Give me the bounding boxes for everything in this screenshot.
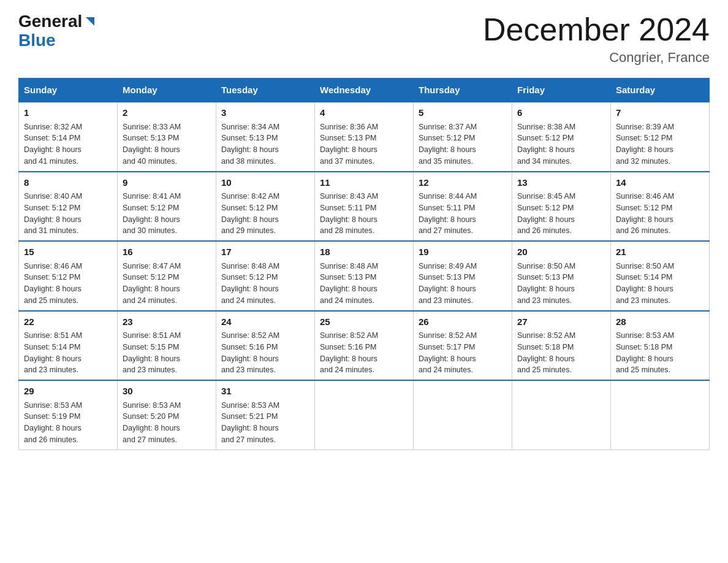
header-cell-sunday: Sunday	[19, 79, 118, 102]
header-cell-wednesday: Wednesday	[315, 79, 414, 102]
day-daylight2: and 26 minutes.	[517, 226, 572, 235]
logo-general: General	[18, 12, 82, 31]
day-sunrise: Sunrise: 8:53 AM	[24, 401, 82, 410]
calendar-cell: 8Sunrise: 8:40 AMSunset: 5:12 PMDaylight…	[19, 172, 118, 242]
header-cell-friday: Friday	[512, 79, 611, 102]
day-daylight: Daylight: 8 hours	[419, 215, 476, 224]
day-daylight: Daylight: 8 hours	[419, 285, 476, 293]
day-sunset: Sunset: 5:12 PM	[123, 273, 179, 282]
day-number: 22	[24, 315, 112, 329]
day-sunrise: Sunrise: 8:52 AM	[320, 331, 378, 340]
day-sunset: Sunset: 5:12 PM	[221, 204, 278, 212]
day-daylight2: and 27 minutes.	[123, 435, 177, 444]
day-sunrise: Sunrise: 8:51 AM	[123, 331, 181, 340]
day-daylight: Daylight: 8 hours	[320, 354, 377, 363]
day-number: 18	[320, 245, 408, 259]
day-daylight2: and 26 minutes.	[616, 226, 670, 235]
day-number: 9	[123, 176, 211, 190]
calendar-cell: 1Sunrise: 8:32 AMSunset: 5:14 PMDaylight…	[19, 102, 118, 172]
calendar-cell: 19Sunrise: 8:49 AMSunset: 5:13 PMDayligh…	[414, 241, 512, 311]
week-row-5: 29Sunrise: 8:53 AMSunset: 5:19 PMDayligh…	[19, 380, 710, 450]
day-daylight2: and 24 minutes.	[320, 366, 374, 374]
day-number: 27	[517, 315, 605, 329]
day-sunrise: Sunrise: 8:33 AM	[123, 123, 181, 131]
day-daylight2: and 32 minutes.	[616, 157, 670, 166]
logo-blue: Blue	[18, 31, 56, 50]
calendar-cell	[414, 380, 512, 450]
day-number: 12	[419, 176, 507, 190]
day-sunset: Sunset: 5:16 PM	[221, 343, 278, 351]
day-sunset: Sunset: 5:14 PM	[24, 343, 80, 351]
day-daylight2: and 23 minutes.	[517, 296, 572, 305]
header-cell-thursday: Thursday	[414, 79, 512, 102]
day-sunset: Sunset: 5:11 PM	[320, 204, 376, 212]
day-daylight2: and 27 minutes.	[419, 226, 473, 235]
day-daylight: Daylight: 8 hours	[419, 354, 476, 363]
day-daylight: Daylight: 8 hours	[221, 145, 279, 154]
day-sunset: Sunset: 5:21 PM	[221, 412, 278, 421]
day-sunset: Sunset: 5:12 PM	[616, 134, 672, 142]
day-daylight2: and 28 minutes.	[320, 226, 374, 235]
day-sunrise: Sunrise: 8:45 AM	[517, 192, 575, 201]
day-sunset: Sunset: 5:13 PM	[517, 273, 574, 282]
day-daylight: Daylight: 8 hours	[24, 285, 82, 293]
day-sunrise: Sunrise: 8:39 AM	[616, 123, 674, 131]
day-daylight2: and 27 minutes.	[221, 435, 276, 444]
day-sunset: Sunset: 5:11 PM	[419, 204, 475, 212]
day-sunset: Sunset: 5:13 PM	[419, 273, 475, 282]
day-daylight: Daylight: 8 hours	[517, 285, 575, 293]
day-daylight2: and 31 minutes.	[24, 226, 78, 235]
day-daylight: Daylight: 8 hours	[616, 215, 673, 224]
day-sunrise: Sunrise: 8:46 AM	[24, 262, 82, 270]
calendar-cell: 26Sunrise: 8:52 AMSunset: 5:17 PMDayligh…	[414, 311, 512, 381]
day-sunrise: Sunrise: 8:38 AM	[517, 123, 575, 131]
header-cell-tuesday: Tuesday	[216, 79, 315, 102]
day-sunset: Sunset: 5:18 PM	[517, 343, 574, 351]
day-daylight: Daylight: 8 hours	[221, 354, 279, 363]
day-number: 15	[24, 245, 112, 259]
day-number: 19	[419, 245, 507, 259]
day-daylight: Daylight: 8 hours	[123, 215, 180, 224]
day-daylight: Daylight: 8 hours	[123, 145, 180, 154]
calendar-cell	[315, 380, 414, 450]
day-number: 7	[616, 106, 704, 120]
day-sunrise: Sunrise: 8:50 AM	[616, 262, 674, 270]
calendar-header: SundayMondayTuesdayWednesdayThursdayFrid…	[19, 79, 710, 102]
day-daylight2: and 23 minutes.	[123, 366, 177, 374]
day-sunset: Sunset: 5:17 PM	[419, 343, 475, 351]
day-number: 21	[616, 245, 704, 259]
calendar-cell: 4Sunrise: 8:36 AMSunset: 5:13 PMDaylight…	[315, 102, 414, 172]
day-daylight2: and 23 minutes.	[616, 296, 670, 305]
day-number: 2	[123, 106, 211, 120]
day-number: 29	[24, 385, 112, 399]
calendar-cell: 27Sunrise: 8:52 AMSunset: 5:18 PMDayligh…	[512, 311, 611, 381]
calendar-cell: 15Sunrise: 8:46 AMSunset: 5:12 PMDayligh…	[19, 241, 118, 311]
day-number: 10	[221, 176, 309, 190]
day-sunset: Sunset: 5:13 PM	[123, 134, 179, 142]
day-sunrise: Sunrise: 8:36 AM	[320, 123, 378, 131]
day-daylight2: and 25 minutes.	[517, 366, 572, 374]
day-sunset: Sunset: 5:13 PM	[320, 273, 376, 282]
day-daylight: Daylight: 8 hours	[24, 145, 82, 154]
day-sunset: Sunset: 5:12 PM	[123, 204, 179, 212]
day-daylight: Daylight: 8 hours	[123, 354, 180, 363]
header-row: SundayMondayTuesdayWednesdayThursdayFrid…	[19, 79, 710, 102]
day-sunset: Sunset: 5:12 PM	[419, 134, 475, 142]
day-sunset: Sunset: 5:15 PM	[123, 343, 179, 351]
day-number: 3	[221, 106, 309, 120]
calendar-cell: 6Sunrise: 8:38 AMSunset: 5:12 PMDaylight…	[512, 102, 611, 172]
day-sunrise: Sunrise: 8:52 AM	[419, 331, 477, 340]
day-sunrise: Sunrise: 8:32 AM	[24, 123, 82, 131]
day-daylight: Daylight: 8 hours	[320, 215, 377, 224]
calendar-cell: 11Sunrise: 8:43 AMSunset: 5:11 PMDayligh…	[315, 172, 414, 242]
page-header: General Blue December 2024 Congrier, Fra…	[18, 12, 710, 66]
day-sunset: Sunset: 5:12 PM	[517, 134, 574, 142]
calendar-cell: 5Sunrise: 8:37 AMSunset: 5:12 PMDaylight…	[414, 102, 512, 172]
day-daylight2: and 23 minutes.	[24, 366, 78, 374]
day-daylight2: and 24 minutes.	[320, 296, 374, 305]
day-number: 31	[221, 385, 309, 399]
day-sunrise: Sunrise: 8:37 AM	[419, 123, 477, 131]
calendar-cell: 31Sunrise: 8:53 AMSunset: 5:21 PMDayligh…	[216, 380, 315, 450]
week-row-1: 1Sunrise: 8:32 AMSunset: 5:14 PMDaylight…	[19, 102, 710, 172]
header-cell-saturday: Saturday	[611, 79, 710, 102]
